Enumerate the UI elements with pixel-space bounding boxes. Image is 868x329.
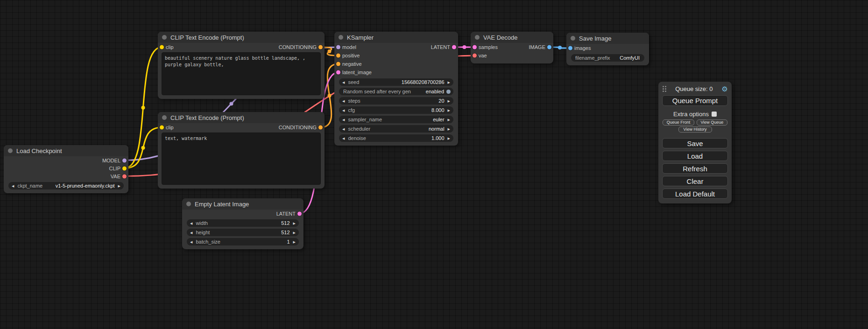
- input-port-model[interactable]: [336, 45, 340, 49]
- input-port-images[interactable]: [568, 46, 572, 50]
- output-port-image[interactable]: [547, 45, 551, 49]
- load-default-button[interactable]: Load Default: [662, 189, 728, 199]
- increment-arrow-icon[interactable]: ▶: [448, 109, 450, 112]
- node-graph-canvas[interactable]: Load Checkpoint MODEL CLIP VAE ◀ ckpt_na…: [0, 0, 868, 329]
- drag-handle-icon[interactable]: [662, 85, 666, 92]
- decrement-arrow-icon[interactable]: ◀: [342, 109, 345, 112]
- prompt-textarea[interactable]: text, watermark: [162, 133, 321, 185]
- decrement-arrow-icon[interactable]: ◀: [190, 240, 192, 244]
- collapse-dot-icon[interactable]: [475, 35, 480, 40]
- prompt-textarea[interactable]: beautiful scenery nature glass bottle la…: [162, 52, 321, 95]
- decrement-arrow-icon[interactable]: ◀: [190, 231, 192, 234]
- link-midpoint-dot[interactable]: [141, 106, 145, 110]
- decrement-arrow-icon[interactable]: ◀: [12, 184, 14, 188]
- decrement-arrow-icon[interactable]: ◀: [342, 99, 345, 103]
- node-clip-text-encode-positive[interactable]: CLIP Text Encode (Prompt) clip CONDITION…: [158, 32, 325, 99]
- decrement-arrow-icon[interactable]: ◀: [190, 222, 192, 225]
- increment-arrow-icon[interactable]: ▶: [293, 222, 296, 225]
- sampler-name-widget[interactable]: ◀ sampler_name euler ▶: [339, 116, 453, 123]
- ckpt-name-widget[interactable]: ◀ ckpt_name v1-5-pruned-emaonly.ckpt ▶: [8, 182, 124, 189]
- increment-arrow-icon[interactable]: ▶: [448, 118, 450, 121]
- output-port-vae[interactable]: [122, 174, 127, 178]
- node-title-bar[interactable]: Load Checkpoint: [4, 145, 128, 156]
- input-label: clip: [166, 125, 174, 130]
- increment-arrow-icon[interactable]: ▶: [293, 231, 296, 234]
- node-save-image[interactable]: Save Image images filename_prefix ComfyU…: [566, 33, 649, 65]
- collapse-dot-icon[interactable]: [162, 35, 167, 40]
- width-widget[interactable]: ◀ width 512 ▶: [187, 219, 299, 227]
- input-port-samples[interactable]: [473, 45, 477, 49]
- cfg-widget[interactable]: ◀ cfg 8.000 ▶: [339, 106, 453, 114]
- input-port-latent-image[interactable]: [336, 70, 340, 75]
- node-empty-latent-image[interactable]: Empty Latent Image LATENT ◀ width 512 ▶ …: [182, 198, 303, 249]
- node-vae-decode[interactable]: VAE Decode samples IMAGE vae: [471, 32, 553, 63]
- decrement-arrow-icon[interactable]: ◀: [342, 81, 345, 84]
- widget-label: Random seed after every gen: [343, 89, 411, 94]
- save-button[interactable]: Save: [662, 138, 728, 148]
- node-title-bar[interactable]: CLIP Text Encode (Prompt): [158, 32, 325, 43]
- random-seed-toggle-widget[interactable]: Random seed after every gen enabled: [339, 88, 453, 95]
- node-ksampler[interactable]: KSampler model LATENT positive negative …: [334, 32, 458, 146]
- link-midpoint-dot[interactable]: [328, 94, 332, 98]
- scheduler-widget[interactable]: ◀ scheduler normal ▶: [339, 125, 453, 133]
- link-midpoint-dot[interactable]: [328, 49, 332, 53]
- collapse-dot-icon[interactable]: [186, 202, 191, 206]
- queue-prompt-button[interactable]: Queue Prompt: [662, 95, 728, 106]
- view-history-button[interactable]: View History: [678, 126, 712, 133]
- node-title-bar[interactable]: Save Image: [566, 33, 649, 44]
- node-title-bar[interactable]: KSampler: [334, 32, 458, 43]
- output-port-conditioning[interactable]: [318, 45, 323, 49]
- link-midpoint-dot[interactable]: [230, 102, 233, 105]
- clear-button[interactable]: Clear: [662, 176, 728, 186]
- queue-front-button[interactable]: Queue Front: [663, 119, 694, 126]
- steps-widget[interactable]: ◀ steps 20 ▶: [339, 97, 453, 105]
- input-label: vae: [479, 53, 487, 58]
- batch-size-widget[interactable]: ◀ batch_size 1 ▶: [187, 238, 299, 245]
- decrement-arrow-icon[interactable]: ◀: [342, 137, 345, 140]
- node-title-bar[interactable]: VAE Decode: [471, 32, 553, 43]
- decrement-arrow-icon[interactable]: ◀: [342, 118, 345, 121]
- widget-label: steps: [348, 98, 360, 104]
- decrement-arrow-icon[interactable]: ◀: [342, 127, 345, 131]
- output-label: LATENT: [276, 211, 296, 217]
- collapse-dot-icon[interactable]: [571, 36, 575, 41]
- input-port-clip[interactable]: [160, 126, 164, 130]
- height-widget[interactable]: ◀ height 512 ▶: [187, 229, 299, 236]
- collapse-dot-icon[interactable]: [162, 115, 167, 120]
- load-button[interactable]: Load: [662, 151, 728, 161]
- toggle-dot-icon[interactable]: [446, 90, 451, 94]
- denoise-widget[interactable]: ◀ denoise 1.000 ▶: [339, 134, 453, 142]
- output-port-latent[interactable]: [297, 211, 302, 216]
- widget-value: ComfyUI: [620, 56, 640, 61]
- increment-arrow-icon[interactable]: ▶: [118, 184, 120, 188]
- extra-options-checkbox[interactable]: [712, 112, 717, 117]
- collapse-dot-icon[interactable]: [8, 148, 13, 153]
- output-port-latent[interactable]: [452, 45, 456, 49]
- view-queue-button[interactable]: View Queue: [697, 119, 727, 126]
- node-clip-text-encode-negative[interactable]: CLIP Text Encode (Prompt) clip CONDITION…: [158, 112, 325, 189]
- collapse-dot-icon[interactable]: [339, 35, 343, 40]
- increment-arrow-icon[interactable]: ▶: [448, 99, 450, 103]
- output-port-conditioning[interactable]: [318, 126, 323, 130]
- settings-gear-icon[interactable]: ⚙: [722, 85, 728, 92]
- increment-arrow-icon[interactable]: ▶: [448, 81, 450, 84]
- input-port-negative[interactable]: [336, 62, 340, 66]
- refresh-button[interactable]: Refresh: [662, 163, 728, 174]
- input-port-clip[interactable]: [160, 45, 164, 49]
- increment-arrow-icon[interactable]: ▶: [293, 240, 296, 244]
- link-midpoint-dot[interactable]: [141, 146, 145, 150]
- input-port-vae[interactable]: [473, 54, 477, 58]
- node-title-bar[interactable]: CLIP Text Encode (Prompt): [158, 112, 325, 123]
- node-title-bar[interactable]: Empty Latent Image: [182, 198, 303, 210]
- increment-arrow-icon[interactable]: ▶: [448, 127, 450, 131]
- link-midpoint-dot[interactable]: [463, 45, 466, 49]
- output-port-model[interactable]: [122, 158, 127, 162]
- node-load-checkpoint[interactable]: Load Checkpoint MODEL CLIP VAE ◀ ckpt_na…: [4, 145, 128, 193]
- control-panel: Queue size: 0 ⚙ Queue Prompt Extra optio…: [658, 82, 732, 203]
- output-port-clip[interactable]: [122, 166, 127, 170]
- link-midpoint-dot[interactable]: [558, 46, 562, 49]
- increment-arrow-icon[interactable]: ▶: [448, 137, 450, 140]
- input-port-positive[interactable]: [336, 54, 340, 58]
- seed-widget[interactable]: ◀ seed 156680208700286 ▶: [339, 78, 453, 86]
- filename-prefix-widget[interactable]: filename_prefix ComfyUI: [571, 54, 644, 62]
